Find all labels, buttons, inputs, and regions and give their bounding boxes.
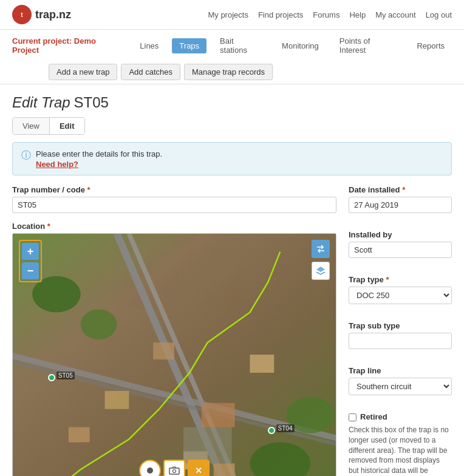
- zoom-group: + −: [19, 240, 42, 282]
- map-svg: [13, 234, 336, 476]
- trap-number-label: Trap number / code *: [12, 185, 336, 194]
- top-nav-links: My projects Find projects Forums Help My…: [208, 10, 452, 19]
- svg-point-23: [173, 470, 176, 473]
- info-box-content: Please enter the details for this trap. …: [36, 149, 162, 169]
- svg-line-4: [117, 234, 231, 476]
- secondary-nav: Current project: Demo Project Lines Trap…: [0, 30, 464, 61]
- form-left: Trap number / code * Location *: [12, 185, 336, 476]
- retired-checkbox-group: Retired: [349, 412, 452, 421]
- tab-monitoring[interactable]: Monitoring: [275, 38, 326, 53]
- svg-rect-22: [169, 468, 179, 474]
- installed-by-label: Installed by: [349, 230, 452, 239]
- svg-rect-15: [69, 427, 90, 443]
- svg-point-10: [250, 442, 310, 476]
- trap-marker-st05: ST05: [48, 374, 55, 381]
- svg-rect-2: [13, 234, 336, 476]
- map-layer-button[interactable]: [312, 262, 330, 280]
- tab-view[interactable]: View: [13, 118, 50, 134]
- retired-field-group: Retired Check this box of the trap is no…: [349, 412, 452, 476]
- tab-traps[interactable]: Traps: [172, 38, 206, 53]
- trap-sub-type-input[interactable]: [349, 333, 452, 349]
- tab-bait-stations[interactable]: Bait stations: [213, 33, 268, 58]
- trap-sub-type-label: Trap sub type: [349, 321, 452, 330]
- trap-type-select[interactable]: DOC 250 DOC 150 Timms Possum Master: [349, 287, 452, 304]
- svg-rect-21: [183, 427, 232, 464]
- tab-reports[interactable]: Reports: [409, 38, 452, 53]
- date-installed-input[interactable]: [349, 197, 452, 213]
- manage-trap-records-button[interactable]: Manage trap records: [184, 64, 273, 80]
- page-title: Edit TrapST05: [0, 84, 464, 117]
- trap-label-st04: ST04: [276, 424, 295, 432]
- trap-type-field-group: Trap type * DOC 250 DOC 150 Timms Possum…: [349, 275, 452, 304]
- installed-by-field-group: Installed by: [349, 230, 452, 258]
- map-swap-button[interactable]: [312, 240, 330, 258]
- form-right: Date installed * Installed by Trap type …: [349, 185, 452, 476]
- svg-rect-18: [202, 403, 235, 427]
- info-box: ⓘ Please enter the details for this trap…: [12, 142, 452, 175]
- svg-rect-20: [153, 342, 174, 359]
- map-location-button[interactable]: [139, 460, 161, 476]
- nav-help[interactable]: Help: [349, 10, 366, 19]
- secondary-nav-rows: Current project: Demo Project Lines Trap…: [0, 30, 464, 84]
- trap-number-required: *: [87, 185, 90, 194]
- current-project-label: Current project: Demo Project: [12, 36, 120, 55]
- need-help-link[interactable]: Need help?: [36, 160, 162, 169]
- installed-by-input[interactable]: [349, 242, 452, 258]
- logo-icon: t: [12, 5, 32, 24]
- trap-number-field-group: Trap number / code *: [12, 185, 336, 213]
- view-edit-tabs: View Edit: [12, 117, 85, 135]
- nav-find-projects[interactable]: Find projects: [258, 10, 303, 19]
- nav-forums[interactable]: Forums: [313, 10, 339, 19]
- trap-subnav: Add a new trap Add catches Manage trap r…: [0, 61, 464, 84]
- svg-line-5: [129, 234, 244, 476]
- trap-label-st05: ST05: [56, 372, 75, 379]
- retired-checkbox[interactable]: [349, 413, 357, 421]
- nav-my-account[interactable]: My account: [375, 10, 415, 19]
- trap-number-input[interactable]: [12, 197, 336, 213]
- map-camera-button[interactable]: [163, 460, 185, 476]
- map-container[interactable]: + − ST05 ST04: [12, 233, 336, 476]
- info-text: Please enter the details for this trap.: [36, 149, 162, 158]
- zoom-out-button[interactable]: −: [22, 262, 39, 279]
- retired-description: Check this box of the trap is no longer …: [349, 425, 452, 476]
- date-installed-label: Date installed *: [349, 185, 452, 194]
- logo: t trap.nz: [12, 5, 71, 24]
- svg-rect-19: [105, 391, 129, 409]
- svg-rect-3: [13, 234, 336, 476]
- svg-point-9: [81, 309, 117, 339]
- tab-lines[interactable]: Lines: [132, 38, 166, 53]
- trap-line-label: Trap line: [349, 366, 452, 375]
- add-new-trap-button[interactable]: Add a new trap: [49, 64, 117, 80]
- form-layout: Trap number / code * Location *: [0, 185, 464, 476]
- svg-rect-13: [214, 463, 235, 476]
- retired-label[interactable]: Retired: [360, 412, 387, 421]
- date-installed-field-group: Date installed *: [349, 185, 452, 213]
- location-label: Location *: [12, 222, 336, 231]
- top-nav: t trap.nz My projects Find projects Foru…: [0, 0, 464, 30]
- trap-type-label: Trap type *: [349, 275, 452, 284]
- trap-sub-type-field-group: Trap sub type: [349, 321, 452, 349]
- map-zoom-controls: + −: [19, 240, 42, 282]
- trap-marker-st04: ST04: [268, 427, 275, 434]
- svg-rect-17: [250, 355, 274, 373]
- zoom-in-button[interactable]: +: [22, 243, 39, 260]
- trap-line-select[interactable]: Southern circuit Northern circuit Easter…: [349, 378, 452, 395]
- tab-edit[interactable]: Edit: [50, 118, 84, 134]
- nav-log-out[interactable]: Log out: [426, 10, 452, 19]
- trap-line-field-group: Trap line Southern circuit Northern circ…: [349, 366, 452, 395]
- nav-my-projects[interactable]: My projects: [208, 10, 248, 19]
- map-close-button[interactable]: ✕: [188, 460, 210, 476]
- info-icon: ⓘ: [21, 149, 31, 162]
- map-bottom-controls: ✕: [139, 460, 210, 476]
- add-catches-button[interactable]: Add catches: [121, 64, 180, 80]
- right-form-fields: Date installed * Installed by Trap type …: [349, 185, 452, 476]
- tab-points-of-interest[interactable]: Points of Interest: [332, 33, 404, 58]
- logo-text: trap.nz: [35, 8, 71, 21]
